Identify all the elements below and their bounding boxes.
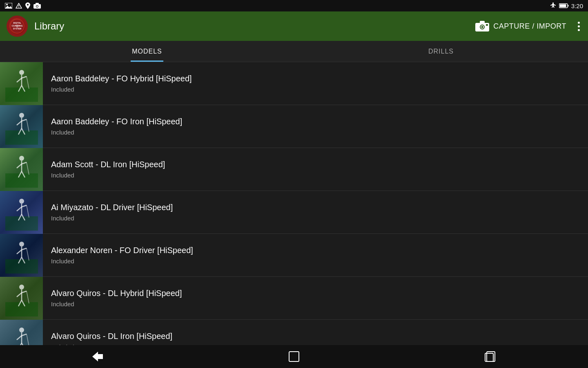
item-subtitle: Included <box>51 215 173 222</box>
item-title: Alvaro Quiros - DL Iron [HiSpeed] <box>51 332 172 341</box>
item-subtitle: Included <box>51 301 182 307</box>
svg-line-76 <box>22 334 27 336</box>
tab-drills-label: DRILLS <box>428 48 454 55</box>
list-item[interactable]: Aaron Baddeley - FO Iron [HiSpeed]Includ… <box>0 105 588 148</box>
golfer-silhouette <box>5 323 38 345</box>
list-item-text: Adam Scott - DL Iron [HiSpeed]Included <box>43 160 173 179</box>
svg-line-78 <box>22 343 25 345</box>
svg-rect-24 <box>5 88 38 102</box>
battery-icon <box>559 3 569 8</box>
golfer-silhouette <box>5 280 38 316</box>
svg-line-63 <box>27 248 29 260</box>
item-subtitle: Included <box>51 258 193 265</box>
svg-point-1 <box>6 4 8 5</box>
item-subtitle: Included <box>51 86 192 93</box>
svg-line-35 <box>17 121 22 125</box>
svg-point-5 <box>18 7 19 8</box>
svg-line-52 <box>22 205 27 207</box>
list-thumbnail <box>0 148 43 191</box>
top-bar-actions: CAPTURE / IMPORT <box>475 20 581 33</box>
airplane-icon <box>550 2 557 9</box>
list-thumbnail <box>0 234 43 277</box>
list-item[interactable]: Aaron Baddeley - FO Hybrid [HiSpeed]Incl… <box>0 62 588 105</box>
svg-text:DIGITAL: DIGITAL <box>13 22 21 24</box>
tab-models-label: MODELS <box>132 48 162 55</box>
list-thumbnail <box>0 277 43 320</box>
svg-line-27 <box>17 78 22 82</box>
tab-models[interactable]: MODELS <box>0 41 294 62</box>
list-item[interactable]: Alvaro Quiros - DL Iron [HiSpeed]Include… <box>0 320 588 345</box>
svg-line-39 <box>27 119 29 132</box>
svg-line-51 <box>17 207 22 211</box>
logo-inner: DIGITAL COACHING SYSTEM <box>9 18 25 34</box>
more-dot-3 <box>578 29 580 31</box>
status-icons-left <box>5 2 41 9</box>
svg-rect-81 <box>289 352 299 361</box>
svg-line-60 <box>22 248 27 250</box>
recents-icon <box>484 351 496 362</box>
svg-rect-48 <box>5 216 38 231</box>
item-title: Aaron Baddeley - FO Iron [HiSpeed] <box>51 117 182 126</box>
item-title: Adam Scott - DL Iron [HiSpeed] <box>51 160 165 169</box>
tab-drills[interactable]: DRILLS <box>294 41 588 62</box>
golfer-silhouette <box>5 65 38 102</box>
svg-point-22 <box>481 26 483 28</box>
svg-line-31 <box>27 76 29 89</box>
list-thumbnail <box>0 105 43 148</box>
svg-point-57 <box>19 242 24 247</box>
svg-line-79 <box>27 334 29 345</box>
svg-line-47 <box>27 162 29 175</box>
svg-line-28 <box>22 76 27 78</box>
warning-icon <box>16 3 22 9</box>
home-icon <box>288 351 300 362</box>
capture-import-button[interactable]: CAPTURE / IMPORT <box>475 21 566 31</box>
app-logo: DIGITAL COACHING SYSTEM <box>7 16 28 37</box>
list-item[interactable]: Alexander Noren - FO Driver [HiSpeed]Inc… <box>0 234 588 277</box>
top-bar: DIGITAL COACHING SYSTEM Library CAPTURE … <box>0 11 588 41</box>
item-subtitle: Included <box>51 172 165 179</box>
svg-point-73 <box>19 328 24 332</box>
svg-rect-12 <box>559 4 566 7</box>
svg-point-10 <box>36 6 38 7</box>
item-title: Alvaro Quiros - DL Hybrid [HiSpeed] <box>51 289 182 298</box>
svg-point-65 <box>19 285 24 289</box>
list-item[interactable]: Adam Scott - DL Iron [HiSpeed]Included <box>0 148 588 191</box>
more-dot-2 <box>578 25 580 27</box>
svg-marker-80 <box>92 352 103 361</box>
svg-point-6 <box>27 4 29 6</box>
svg-line-59 <box>17 250 22 254</box>
svg-rect-23 <box>486 24 488 26</box>
item-subtitle: Included <box>51 343 172 345</box>
list-item-text: Ai Miyazato - DL Driver [HiSpeed]Include… <box>43 203 181 222</box>
home-button[interactable] <box>282 348 306 365</box>
more-options-button[interactable] <box>576 20 581 33</box>
list-item[interactable]: Ai Miyazato - DL Driver [HiSpeed]Include… <box>0 191 588 234</box>
item-title: Ai Miyazato - DL Driver [HiSpeed] <box>51 203 173 212</box>
svg-rect-13 <box>568 5 568 7</box>
back-button[interactable] <box>86 348 110 365</box>
svg-line-36 <box>22 119 27 121</box>
list-thumbnail <box>0 62 43 105</box>
list-thumbnail <box>0 320 43 346</box>
svg-line-77 <box>18 343 22 345</box>
list-item-text: Alvaro Quiros - DL Iron [HiSpeed]Include… <box>43 332 180 345</box>
svg-rect-56 <box>5 259 38 274</box>
svg-line-43 <box>17 164 22 168</box>
camera-small-icon <box>33 3 41 9</box>
time-display: 3:20 <box>571 2 583 9</box>
recents-button[interactable] <box>478 348 502 365</box>
svg-rect-8 <box>36 3 39 4</box>
more-dot-1 <box>578 22 580 24</box>
camera-icon <box>475 21 489 31</box>
list-item-text: Aaron Baddeley - FO Iron [HiSpeed]Includ… <box>43 117 190 136</box>
list-thumbnail <box>0 191 43 234</box>
svg-line-44 <box>22 162 27 164</box>
bottom-nav <box>0 345 588 368</box>
app-title: Library <box>34 20 475 32</box>
tabs-bar: MODELS DRILLS <box>0 41 588 62</box>
list-item[interactable]: Alvaro Quiros - DL Hybrid [HiSpeed]Inclu… <box>0 277 588 320</box>
svg-line-71 <box>27 291 29 303</box>
location-icon <box>25 2 30 9</box>
list-item-text: Aaron Baddeley - FO Hybrid [HiSpeed]Incl… <box>43 74 200 93</box>
svg-point-49 <box>19 199 24 204</box>
